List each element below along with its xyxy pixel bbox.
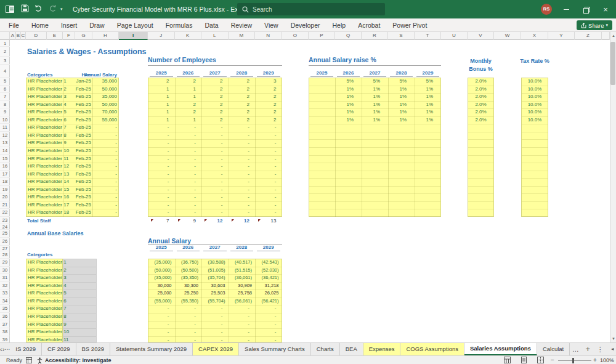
annual-salary-dash-cell[interactable]: - bbox=[203, 321, 223, 329]
annual-salary-dash-cell[interactable]: - bbox=[257, 328, 277, 336]
row-number-23[interactable]: 23 bbox=[0, 217, 10, 225]
row-number-30[interactable]: 30 bbox=[0, 267, 10, 275]
staff-salary-cell[interactable]: - bbox=[90, 201, 117, 209]
column-header-F[interactable]: F bbox=[63, 32, 75, 40]
raise-cell[interactable]: 1% bbox=[416, 93, 433, 101]
staff-hire-cell[interactable]: Feb-25 bbox=[64, 124, 91, 132]
bonus-cell[interactable]: 2.0% bbox=[468, 116, 494, 124]
employees-dash-cell[interactable]: - bbox=[203, 139, 223, 147]
vertical-scroll-thumb[interactable] bbox=[610, 42, 615, 85]
employees-dash-cell[interactable]: - bbox=[230, 124, 250, 132]
employees-dash-cell[interactable]: - bbox=[177, 201, 197, 209]
sheet-tab-charts[interactable]: Charts bbox=[311, 343, 340, 355]
annual-salary-dash-cell[interactable]: - bbox=[230, 328, 250, 336]
annual-salary-cell[interactable]: (56,061) bbox=[230, 297, 253, 305]
raise-year-2029[interactable]: 2029 bbox=[416, 70, 439, 77]
base-salaries-label[interactable]: Annual Base Salaries bbox=[27, 230, 101, 238]
employees-cell[interactable]: 2 bbox=[257, 116, 277, 124]
bonus-cell[interactable]: 2.0% bbox=[468, 101, 494, 109]
add-sheet-icon[interactable]: + bbox=[582, 343, 593, 355]
annual-salary-cell[interactable]: 30,000 bbox=[149, 282, 172, 290]
sheet-tab-cogs-assumptions[interactable]: COGS Assumptions bbox=[400, 343, 464, 355]
staff-hire-cell[interactable]: Feb-25 bbox=[64, 116, 91, 124]
row-number-9[interactable]: 9 bbox=[0, 108, 10, 116]
row-number-13[interactable]: 13 bbox=[0, 139, 10, 147]
employees-dash-cell[interactable]: - bbox=[230, 193, 250, 201]
employees-dash-cell[interactable]: - bbox=[150, 147, 169, 155]
annual-salary-cell[interactable]: (51,515) bbox=[230, 267, 253, 275]
save-icon[interactable] bbox=[21, 4, 29, 14]
employees-cell[interactable]: 1 bbox=[177, 93, 197, 101]
row-number-25[interactable]: 25 bbox=[0, 230, 10, 238]
employees-dash-cell[interactable]: - bbox=[230, 186, 250, 194]
sheet-tab-bea[interactable]: BEA bbox=[340, 343, 363, 355]
annual-salary-dash-cell[interactable]: - bbox=[257, 321, 277, 329]
employees-cell[interactable]: 2 bbox=[203, 108, 223, 116]
employees-dash-cell[interactable]: - bbox=[150, 178, 169, 186]
employees-dash-cell[interactable]: - bbox=[230, 178, 250, 186]
raise-year-2025[interactable]: 2025 bbox=[310, 70, 333, 77]
ribbon-tab-draw[interactable]: Draw bbox=[83, 18, 111, 32]
annual-salary-year-2027[interactable]: 2027 bbox=[203, 245, 227, 251]
raise-cell[interactable]: 5% bbox=[337, 78, 354, 86]
employees-cell[interactable]: 2 bbox=[203, 93, 223, 101]
employees-year-2026[interactable]: 2026 bbox=[177, 70, 200, 77]
tax-cell[interactable]: 10.0% bbox=[521, 86, 548, 94]
sheet-tab-bs-2029[interactable]: BS 2029 bbox=[76, 343, 110, 355]
row-number-3[interactable]: 3 bbox=[0, 57, 10, 65]
raise-cell[interactable]: 1% bbox=[337, 86, 354, 94]
zoom-slider-thumb[interactable] bbox=[572, 358, 574, 363]
row-number-6[interactable]: 6 bbox=[0, 86, 10, 94]
raise-cell[interactable]: 1% bbox=[390, 86, 407, 94]
annual-salary-dash-cell[interactable]: - bbox=[230, 305, 250, 313]
staff-salary-cell[interactable]: - bbox=[90, 155, 117, 163]
employees-dash-cell[interactable]: - bbox=[150, 139, 169, 147]
zoom-out-icon[interactable]: − bbox=[551, 356, 554, 364]
row-number-19[interactable]: 19 bbox=[0, 186, 10, 194]
employees-dash-cell[interactable]: - bbox=[230, 201, 250, 209]
staff-salary-cell[interactable]: - bbox=[90, 209, 117, 217]
page-title[interactable]: Salaries & Wages - Assumptions bbox=[27, 47, 212, 57]
employees-dash-cell[interactable]: - bbox=[203, 186, 223, 194]
staff-hire-cell[interactable]: Feb-25 bbox=[64, 163, 91, 171]
scroll-up-icon[interactable]: ▲ bbox=[610, 34, 616, 38]
base-category-cell[interactable]: HR Placeholder 9 bbox=[28, 321, 77, 329]
annual-salary-cell[interactable]: (36,750) bbox=[176, 259, 199, 267]
column-header-B[interactable]: B bbox=[16, 32, 21, 40]
employees-dash-cell[interactable]: - bbox=[177, 171, 197, 179]
employees-year-2027[interactable]: 2027 bbox=[203, 70, 227, 77]
row-number-32[interactable]: 32 bbox=[0, 282, 10, 290]
employees-dash-cell[interactable]: - bbox=[257, 186, 277, 194]
employees-dash-cell[interactable]: - bbox=[230, 155, 250, 163]
base-category-cell[interactable]: HR Placeholder 6 bbox=[28, 297, 77, 305]
bonus-title[interactable]: Monthly Bonus % bbox=[466, 57, 495, 73]
ribbon-tab-developer[interactable]: Developer bbox=[285, 18, 326, 32]
annual-salary-dash-cell[interactable]: - bbox=[203, 313, 223, 321]
base-category-cell[interactable]: HR Placeholder 8 bbox=[28, 313, 77, 321]
raise-cell[interactable]: 1% bbox=[363, 86, 380, 94]
restore-button[interactable] bbox=[577, 0, 595, 18]
staff-hire-cell[interactable]: Feb-25 bbox=[64, 132, 91, 140]
sheet-tab-salaries-assumptions[interactable]: Salaries Assumptions bbox=[464, 343, 537, 355]
tab-menu-icon[interactable]: ⋮ bbox=[594, 343, 606, 355]
employees-dash-cell[interactable]: - bbox=[203, 209, 223, 217]
row-number-31[interactable]: 31 bbox=[0, 274, 10, 282]
annual-salary-dash-cell[interactable]: - bbox=[150, 313, 169, 321]
staff-hire-cell[interactable]: Feb-25 bbox=[64, 209, 91, 217]
staff-salary-cell[interactable]: - bbox=[90, 147, 117, 155]
employees-dash-cell[interactable]: - bbox=[177, 178, 197, 186]
annual-salary-dash-cell[interactable]: - bbox=[150, 328, 169, 336]
employees-cell[interactable]: 2 bbox=[230, 86, 250, 94]
staff-salary-cell[interactable]: 70,000 bbox=[90, 108, 117, 116]
annual-salary-dash-cell[interactable]: - bbox=[177, 321, 197, 329]
employees-dash-cell[interactable]: - bbox=[177, 124, 197, 132]
row-number-29[interactable]: 29 bbox=[0, 259, 10, 267]
employees-dash-cell[interactable]: - bbox=[230, 132, 250, 140]
staff-salary-cell[interactable]: 55,000 bbox=[90, 116, 117, 124]
share-button[interactable]: Share ▾ bbox=[577, 20, 612, 30]
tax-title[interactable]: Tax Rate % bbox=[519, 57, 551, 65]
employees-year-2028[interactable]: 2028 bbox=[230, 70, 254, 77]
employees-cell[interactable]: 2 bbox=[230, 108, 250, 116]
row-number-37[interactable]: 37 bbox=[0, 321, 10, 329]
row-number-18[interactable]: 18 bbox=[0, 178, 10, 186]
